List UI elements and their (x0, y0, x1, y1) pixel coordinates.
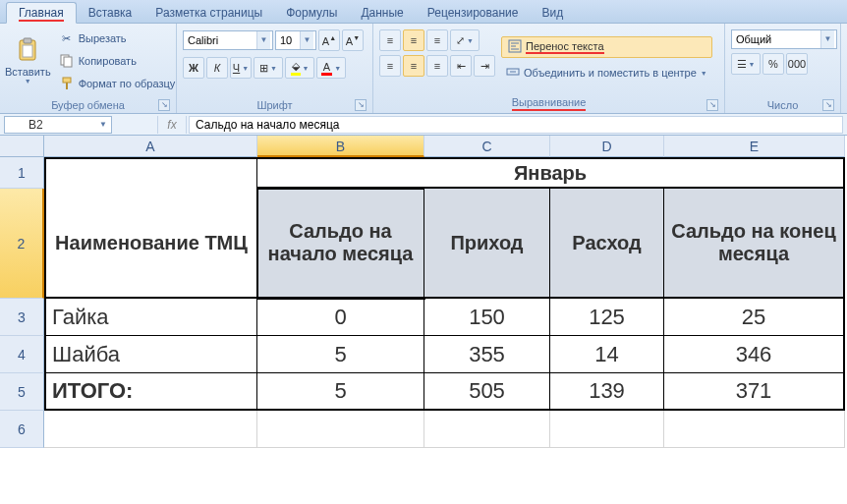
cell-d2[interactable]: Расход (550, 189, 664, 299)
row-header-3[interactable]: 3 (0, 299, 44, 336)
col-header-c[interactable]: C (424, 136, 550, 157)
cell-c5[interactable]: 505 (424, 373, 550, 411)
font-size-input[interactable] (276, 31, 300, 49)
cell-month[interactable]: Январь (257, 157, 845, 189)
font-name-combo[interactable]: ▼ (183, 30, 273, 50)
orientation-button[interactable]: ⤢▼ (450, 29, 480, 51)
name-box-value: B2 (28, 118, 95, 132)
cell-b5[interactable]: 5 (257, 373, 424, 411)
number-dialog-launcher[interactable]: ↘ (822, 99, 834, 111)
group-label-alignment: Выравнивание ↘ (377, 94, 720, 113)
row-header-1[interactable]: 1 (0, 157, 44, 189)
grow-font-icon: A▲ (322, 34, 336, 47)
borders-button[interactable]: ⊞▼ (254, 57, 283, 79)
format-painter-button[interactable]: Формат по образцу (54, 73, 181, 94)
chevron-down-icon[interactable]: ▼ (820, 30, 834, 48)
chevron-down-icon[interactable]: ▼ (300, 31, 313, 49)
copy-icon (59, 53, 75, 69)
grow-font-button[interactable]: A▲ (318, 29, 340, 51)
chevron-down-icon[interactable]: ▼ (95, 120, 111, 129)
tab-view[interactable]: Вид (530, 3, 575, 23)
align-top-button[interactable]: ≡ (379, 29, 401, 51)
formula-input[interactable] (189, 116, 843, 134)
shrink-font-button[interactable]: A▼ (342, 29, 364, 51)
cell-d4[interactable]: 14 (550, 336, 664, 373)
align-left-button[interactable]: ≡ (379, 55, 401, 77)
row-header-5[interactable]: 5 (0, 373, 44, 411)
align-bottom-button[interactable]: ≡ (426, 29, 448, 51)
font-color-button[interactable]: A▼ (316, 57, 346, 79)
tab-formulas[interactable]: Формулы (274, 3, 349, 23)
align-middle-button[interactable]: ≡ (403, 29, 424, 51)
merge-icon (506, 65, 520, 81)
merge-center-button[interactable]: Объединить и поместить в центре ▼ (501, 62, 712, 84)
tab-review[interactable]: Рецензирование (416, 3, 531, 23)
cell-e4[interactable]: 346 (664, 336, 845, 373)
underline-button[interactable]: Ч▼ (230, 57, 252, 79)
cell-c3[interactable]: 150 (424, 299, 550, 336)
cell-a4[interactable]: Шайба (44, 336, 257, 373)
alignment-dialog-launcher[interactable]: ↘ (706, 99, 718, 111)
cell-d5[interactable]: 139 (550, 373, 664, 411)
cell-c2[interactable]: Приход (424, 189, 550, 299)
decrease-indent-button[interactable]: ⇤ (450, 55, 472, 77)
paste-button[interactable]: Вставить ▼ (4, 26, 52, 92)
cell-a1[interactable] (44, 157, 257, 189)
row-header-2[interactable]: 2 (0, 189, 44, 299)
tab-home[interactable]: Главная (6, 2, 77, 24)
cut-button[interactable]: ✂ Вырезать (54, 28, 181, 49)
group-label-number: Число ↘ (729, 97, 836, 113)
col-header-d[interactable]: D (550, 136, 664, 157)
cell-a6[interactable] (44, 411, 257, 448)
align-right-button[interactable]: ≡ (426, 55, 448, 77)
col-header-e[interactable]: E (664, 136, 845, 157)
cell-a3[interactable]: Гайка (44, 299, 257, 336)
cell-header-name[interactable]: Наименование ТМЦ (44, 189, 257, 299)
comma-button[interactable]: 000 (786, 53, 808, 75)
align-bottom-icon: ≡ (434, 34, 440, 46)
copy-button[interactable]: Копировать (54, 50, 181, 72)
clipboard-dialog-launcher[interactable]: ↘ (158, 99, 170, 111)
cell-b2[interactable]: Сальдо на начало месяца (257, 189, 424, 299)
fx-button[interactable]: fx (157, 116, 187, 134)
cell-e5[interactable]: 371 (664, 373, 845, 411)
cell-c6[interactable] (424, 411, 550, 448)
italic-button[interactable]: К (206, 57, 228, 79)
accounting-format-button[interactable]: ☰▼ (731, 53, 761, 75)
name-box[interactable]: B2 ▼ (4, 116, 112, 134)
increase-indent-button[interactable]: ⇥ (474, 55, 495, 77)
percent-icon: % (768, 58, 778, 70)
cell-a5[interactable]: ИТОГО: (44, 373, 257, 411)
number-format-combo[interactable]: ▼ (731, 29, 837, 49)
cell-d6[interactable] (550, 411, 664, 448)
percent-button[interactable]: % (762, 53, 784, 75)
tab-insert[interactable]: Вставка (77, 3, 144, 23)
align-center-button[interactable]: ≡ (403, 55, 424, 77)
decrease-indent-icon: ⇤ (457, 60, 466, 73)
select-all-button[interactable] (0, 136, 44, 157)
bold-button[interactable]: Ж (183, 57, 204, 79)
col-header-b[interactable]: B (257, 136, 424, 157)
cell-c4[interactable]: 355 (424, 336, 550, 373)
col-header-a[interactable]: A (44, 136, 257, 157)
chevron-down-icon[interactable]: ▼ (256, 31, 270, 49)
cell-b4[interactable]: 5 (257, 336, 424, 373)
tab-page-layout[interactable]: Разметка страницы (143, 3, 274, 23)
font-dialog-launcher[interactable]: ↘ (355, 99, 367, 111)
cell-e2[interactable]: Сальдо на конец месяца (664, 189, 845, 299)
chevron-down-icon: ▼ (25, 78, 31, 84)
number-format-input[interactable] (732, 30, 820, 48)
font-size-combo[interactable]: ▼ (275, 30, 316, 50)
wrap-text-button[interactable]: Перенос текста (501, 36, 712, 58)
cell-b3[interactable]: 0 (257, 299, 424, 336)
shrink-font-icon: A▼ (346, 34, 360, 47)
row-header-4[interactable]: 4 (0, 336, 44, 373)
tab-data[interactable]: Данные (349, 3, 415, 23)
fill-color-button[interactable]: ⬙▼ (285, 57, 314, 79)
cell-b6[interactable] (257, 411, 424, 448)
cell-d3[interactable]: 125 (550, 299, 664, 336)
font-name-input[interactable] (184, 31, 256, 49)
row-header-6[interactable]: 6 (0, 411, 44, 448)
cell-e6[interactable] (664, 411, 845, 448)
cell-e3[interactable]: 25 (664, 299, 845, 336)
